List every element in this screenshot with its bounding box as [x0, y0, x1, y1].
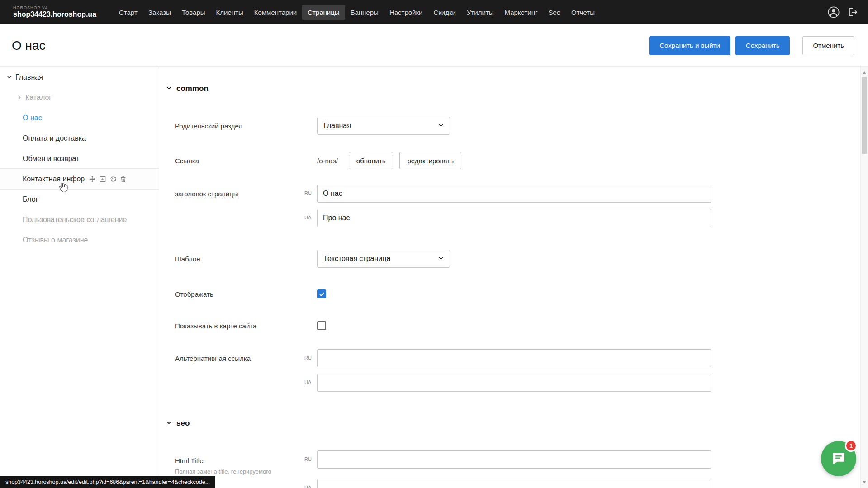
field-label: Html Title	[175, 457, 317, 464]
topbar-item-comments[interactable]: Комментарии	[249, 5, 302, 20]
sidebar-item-polzovatelskoe-soglashenie[interactable]: Пользовательское соглашение	[0, 209, 159, 230]
lang-ru-badge: RU	[304, 355, 312, 360]
scrollbar-thumb[interactable]	[862, 77, 867, 154]
delete-trash-icon[interactable]	[120, 175, 127, 183]
sidebar-item-oplata-i-dostavka[interactable]: Оплата и доставка	[0, 128, 159, 148]
header-buttons: Сохранить и выйти Сохранить Отменить	[649, 36, 854, 55]
chevron-down-icon	[438, 255, 444, 263]
lang-ua-badge: UA	[304, 485, 311, 488]
sidebar-item-label: Каталог	[25, 94, 52, 102]
browser-status-bar: shop34423.horoshop.ua/edit/edit.php?id=6…	[0, 476, 215, 488]
template-select[interactable]: Текстовая страница	[317, 250, 450, 268]
page-title-ua-input[interactable]	[317, 209, 711, 227]
parent-section-select[interactable]: Главная	[317, 117, 450, 135]
pages-tree-sidebar: Главная Каталог О нас Оплата и доставка …	[0, 67, 159, 488]
add-page-icon[interactable]	[99, 175, 106, 183]
page-header: О нас Сохранить и выйти Сохранить Отмени…	[0, 24, 868, 67]
form-row-sitemap: Показывать в карте сайта	[175, 321, 842, 330]
sidebar-item-kontaktnaya-informatsiya[interactable]: Контактная инфор	[0, 169, 159, 189]
section-title: seo	[176, 419, 190, 428]
field-label: Показывать в карте сайта	[175, 322, 317, 330]
form-row-display: Отображать	[175, 289, 842, 298]
topbar-item-banners[interactable]: Баннеры	[345, 5, 384, 20]
form-row-template: Шаблон Текстовая страница	[175, 250, 842, 268]
topbar-item-pages[interactable]: Страницы	[302, 5, 345, 20]
topbar-item-products[interactable]: Товары	[176, 5, 211, 20]
sidebar-item-obmen-i-vozvrat[interactable]: Обмен и возврат	[0, 148, 159, 169]
sidebar-item-label: О нас	[23, 114, 42, 122]
logout-icon[interactable]	[847, 7, 858, 18]
sidebar-item-label: Пользовательское соглашение	[23, 216, 127, 224]
section-common-header[interactable]: common	[166, 84, 209, 93]
topbar-item-start[interactable]: Старт	[114, 5, 143, 20]
page-edit-form: common Родительский раздел Главная Ссылк…	[159, 67, 860, 488]
save-and-exit-button[interactable]: Сохранить и выйти	[649, 36, 730, 55]
chat-launcher-button[interactable]: 1	[821, 441, 856, 476]
move-icon[interactable]	[89, 175, 96, 183]
link-path-value: /o-nas/	[317, 157, 338, 165]
scroll-down-arrow[interactable]	[863, 481, 866, 485]
chevron-down-icon	[438, 122, 444, 130]
sidebar-item-otzyvy-o-magazine[interactable]: Отзывы о магазине	[0, 230, 159, 250]
html-title-ru-input[interactable]	[317, 450, 711, 469]
lang-ua-badge: UA	[304, 379, 311, 385]
topbar-item-orders[interactable]: Заказы	[143, 5, 176, 20]
brand[interactable]: HOROSHOP V4 shop34423.horoshop.ua	[13, 6, 96, 18]
chevron-down-icon	[5, 75, 14, 80]
top-navigation: Старт Заказы Товары Клиенты Комментарии …	[114, 0, 600, 24]
edit-link-button[interactable]: редактировать	[399, 152, 461, 169]
chevron-right-icon	[14, 95, 24, 100]
display-checkbox[interactable]	[317, 289, 326, 298]
save-button[interactable]: Сохранить	[735, 36, 790, 55]
field-hint: Полная замена title, генерируемого	[175, 468, 317, 475]
refresh-link-button[interactable]: обновить	[349, 152, 394, 169]
topbar-item-reports[interactable]: Отчеты	[566, 5, 600, 20]
form-row-parent-section: Родительский раздел Главная	[175, 117, 842, 135]
sidebar-item-label: Блог	[23, 195, 38, 204]
topbar-item-marketing[interactable]: Маркетинг	[499, 5, 543, 20]
topbar-item-discounts[interactable]: Скидки	[428, 5, 461, 20]
topbar-item-seo[interactable]: Seo	[543, 5, 566, 20]
topbar-item-utilities[interactable]: Утилиты	[461, 5, 499, 20]
form-row-page-title: заголовок страницы RU UA	[175, 185, 842, 227]
form-row-alt-link: Альтернативная ссылка RU UA	[175, 349, 842, 392]
sidebar-item-o-nas[interactable]: О нас	[0, 108, 159, 128]
lang-ru-badge: RU	[304, 190, 312, 196]
status-url: shop34423.horoshop.ua/edit/edit.php?id=6…	[5, 479, 210, 485]
chevron-down-icon	[166, 419, 172, 427]
alt-link-ua-input[interactable]	[317, 374, 711, 392]
sidebar-item-label: Главная	[15, 73, 43, 81]
page-title-ru-input[interactable]	[317, 185, 711, 203]
form-row-html-title: Html Title Полная замена title, генериру…	[175, 450, 842, 488]
sidebar-item-label: Контактная инфор	[23, 175, 85, 183]
chat-unread-badge: 1	[845, 440, 857, 452]
page-title: О нас	[12, 38, 46, 53]
topbar: HOROSHOP V4 shop34423.horoshop.ua Старт …	[0, 0, 868, 24]
scroll-up-arrow[interactable]	[863, 70, 866, 74]
field-label: Шаблон	[175, 255, 317, 263]
sidebar-item-glavnaya[interactable]: Главная	[0, 67, 159, 87]
brand-version: HOROSHOP V4	[13, 6, 96, 10]
field-label-block: Html Title Полная замена title, генериру…	[175, 450, 317, 475]
app-window: HOROSHOP V4 shop34423.horoshop.ua Старт …	[0, 0, 868, 488]
alt-link-ru-input[interactable]	[317, 349, 711, 367]
section-seo-header[interactable]: seo	[166, 419, 190, 428]
lang-ru-badge: RU	[304, 456, 312, 462]
topbar-item-settings[interactable]: Настройки	[384, 5, 428, 20]
html-title-ua-input[interactable]	[317, 479, 711, 488]
field-label: заголовок страницы	[175, 185, 317, 198]
field-label: Родительский раздел	[175, 122, 317, 130]
sidebar-item-label: Оплата и доставка	[23, 134, 86, 142]
sitemap-checkbox[interactable]	[317, 321, 326, 330]
chat-bubble-icon	[830, 450, 847, 467]
sidebar-item-katalog[interactable]: Каталог	[0, 87, 159, 108]
brand-domain: shop34423.horoshop.ua	[13, 10, 96, 19]
topbar-item-clients[interactable]: Клиенты	[211, 5, 249, 20]
cancel-button[interactable]: Отменить	[802, 36, 854, 55]
chevron-down-icon	[166, 85, 172, 93]
sidebar-item-actions	[89, 175, 127, 183]
user-account-icon[interactable]	[827, 6, 840, 19]
vertical-scrollbar[interactable]	[860, 67, 868, 488]
sidebar-item-blog[interactable]: Блог	[0, 189, 159, 209]
settings-gear-icon[interactable]	[109, 175, 117, 183]
